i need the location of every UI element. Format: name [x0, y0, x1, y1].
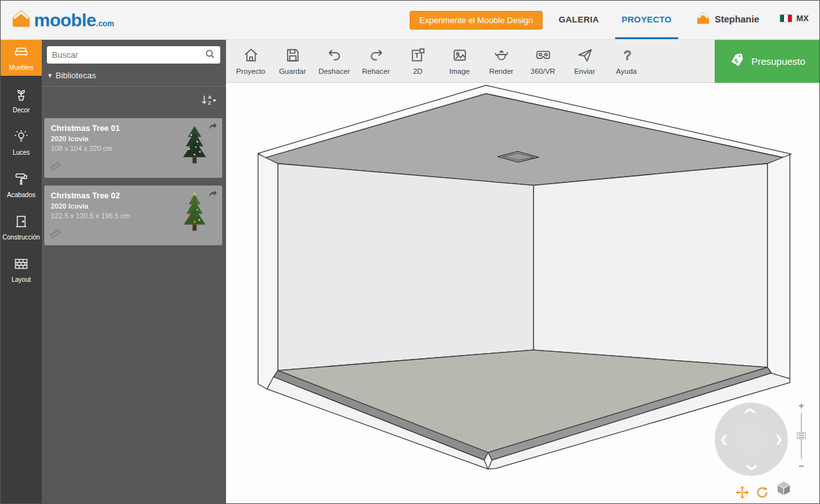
presupuesto-label: Presupuesto: [751, 56, 805, 67]
redo-icon: [368, 47, 385, 65]
sort-button[interactable]: A Z: [200, 94, 217, 109]
svg-text:Z: Z: [208, 100, 211, 106]
libraries-label: Bibliotecas: [56, 71, 96, 80]
tool-label: Rehacer: [362, 67, 390, 75]
top-bar: mooble .com Experimente el Mooble Design…: [1, 1, 819, 40]
left-wall-outer-edge[interactable]: [258, 154, 278, 389]
door-icon: [13, 214, 29, 232]
list-item-christmas-tree-02[interactable]: Christmas Tree 02 2020 Icovia 122.5 x 12…: [44, 186, 222, 245]
sidebar-item-muebles[interactable]: Muebles: [1, 40, 42, 76]
help-icon: ?: [618, 47, 635, 65]
user-name: Stephanie: [715, 14, 759, 24]
locale-label: MX: [796, 13, 809, 23]
mx-flag-icon: [780, 14, 792, 22]
library-item-list: Christmas Tree 01 2020 Icovia 108 x 104 …: [44, 118, 222, 245]
library-panel: ▾ Bibliotecas A Z Christmas Tree 01 2020…: [42, 40, 226, 503]
tool-enviar[interactable]: Enviar: [564, 47, 606, 75]
save-icon: [284, 47, 301, 65]
tool-ayuda[interactable]: ? Ayuda: [606, 47, 647, 75]
proyecto-active-underline: [615, 37, 678, 39]
house-logo-icon: [11, 9, 31, 30]
rotate-icon[interactable]: [755, 485, 769, 502]
tool-label: Ayuda: [616, 67, 636, 75]
tool-rehacer[interactable]: Rehacer: [355, 47, 397, 75]
plant-icon: [13, 87, 29, 105]
3d-viewport[interactable]: ❮ ❯ ❮ ❮: [226, 83, 819, 503]
tool-guardar[interactable]: Guardar: [272, 47, 313, 75]
list-item-christmas-tree-01[interactable]: Christmas Tree 01 2020 Icovia 108 x 104 …: [44, 118, 222, 178]
vr-goggles-icon: [535, 47, 552, 65]
user-house-icon: [696, 12, 710, 27]
user-menu[interactable]: Stephanie: [696, 12, 759, 27]
tool-360vr[interactable]: 360/VR: [522, 47, 564, 75]
rail-label: Luces: [13, 149, 30, 156]
image-icon: [451, 47, 468, 65]
tool-proyecto[interactable]: Proyecto: [230, 47, 272, 75]
left-wall[interactable]: [278, 164, 534, 370]
editor-toolbar: Proyecto Guardar Deshacer: [226, 40, 819, 83]
promo-button[interactable]: Experimente el Mooble Design: [410, 11, 543, 30]
libraries-toggle[interactable]: ▾ Bibliotecas: [48, 71, 96, 80]
zoom-in-icon[interactable]: +: [799, 401, 805, 410]
pad-left-arrow-icon[interactable]: ❮: [720, 433, 728, 445]
sidebar-item-acabados[interactable]: Acabados: [1, 167, 42, 203]
rail-label: Decor: [13, 107, 30, 114]
tool-deshacer[interactable]: Deshacer: [313, 47, 355, 75]
ruler-icon[interactable]: [50, 162, 60, 173]
orbit-pad[interactable]: ❮ ❯ ❮ ❮: [715, 403, 788, 476]
sidebar-item-layout[interactable]: Layout: [1, 252, 42, 288]
category-rail: Muebles Decor Luces: [1, 40, 42, 503]
pan-move-icon[interactable]: [735, 485, 749, 502]
tool-render[interactable]: Render: [480, 47, 522, 75]
search-box: [47, 46, 220, 64]
share-arrow-icon[interactable]: [208, 189, 218, 200]
right-wall-outer-edge[interactable]: [767, 155, 790, 379]
pad-down-arrow-icon[interactable]: ❮: [745, 464, 756, 472]
pad-up-arrow-icon[interactable]: ❮: [745, 407, 756, 415]
2d-plan-icon: [410, 47, 426, 65]
3d-cube-icon[interactable]: [775, 480, 792, 500]
orbit-pad-center[interactable]: [733, 421, 769, 457]
pad-right-arrow-icon[interactable]: ❯: [774, 433, 783, 445]
rail-label: Construcción: [3, 234, 40, 241]
teapot-icon: [493, 47, 510, 65]
tool-label: Image: [449, 67, 470, 75]
brick-wall-icon: [13, 256, 29, 274]
search-input[interactable]: [52, 50, 205, 60]
presupuesto-button[interactable]: $ Presupuesto: [715, 40, 819, 83]
tool-label: Guardar: [279, 67, 306, 75]
zoom-out-icon[interactable]: −: [799, 462, 805, 471]
search-icon[interactable]: [205, 49, 215, 62]
share-arrow-icon[interactable]: [208, 121, 218, 133]
price-tag-icon: $: [729, 52, 746, 71]
sidebar-item-construccion[interactable]: Construcción: [1, 209, 42, 245]
rail-label: Acabados: [7, 191, 35, 198]
right-wall[interactable]: [534, 164, 767, 367]
nav-proyecto[interactable]: PROYECTO: [622, 15, 672, 24]
mooble-logo[interactable]: mooble .com: [11, 9, 114, 30]
tool-label: 360/VR: [530, 67, 555, 75]
logo-tld: .com: [96, 19, 114, 28]
paper-plane-icon: [577, 47, 593, 65]
item-thumbnail-tree-02: [181, 192, 208, 237]
chevron-down-icon: ▾: [48, 71, 52, 80]
zoom-track[interactable]: [801, 413, 802, 459]
tool-image[interactable]: Image: [439, 47, 480, 75]
tool-2d[interactable]: 2D: [397, 47, 439, 75]
item-thumbnail-tree-01: [181, 125, 208, 169]
paint-roller-icon: [13, 171, 29, 189]
sidebar-item-luces[interactable]: Luces: [1, 125, 42, 161]
locale-selector[interactable]: MX: [780, 13, 809, 23]
ruler-icon[interactable]: [50, 229, 60, 241]
svg-text:?: ?: [624, 48, 631, 62]
panel-divider: [42, 86, 226, 87]
tool-label: Proyecto: [236, 67, 265, 75]
tool-label: 2D: [413, 67, 423, 75]
zoom-handle[interactable]: [797, 432, 806, 439]
nav-galeria[interactable]: GALERIA: [559, 15, 599, 24]
sidebar-item-decor[interactable]: Decor: [1, 82, 42, 118]
zoom-slider[interactable]: + −: [795, 401, 808, 471]
lightbulb-icon: [13, 129, 29, 147]
svg-text:A: A: [208, 94, 212, 100]
home-icon: [243, 47, 259, 65]
